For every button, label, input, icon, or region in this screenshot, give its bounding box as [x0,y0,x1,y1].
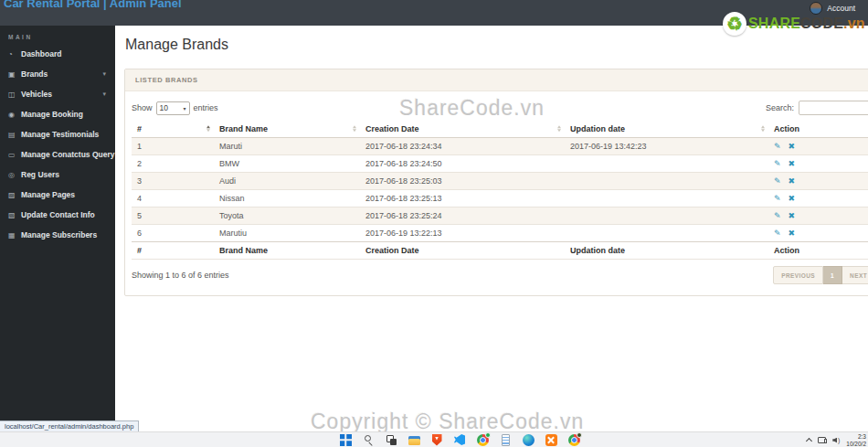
entries-select-value: 10 [160,103,168,112]
column-header-label: # [137,124,142,133]
sidebar: MAIN ◔Dashboard▣Brands▾◫Vehicles▾◉Manage… [0,26,115,431]
pagination-previous-button[interactable]: Previous [773,266,823,284]
sidebar-item-manage-booking[interactable]: ◉Manage Booking [0,104,115,124]
tray-display-icon[interactable] [818,437,826,443]
table-cell: Marutiu [214,224,360,241]
edit-icon[interactable]: ✎ [774,159,781,168]
datatable-controls: Show 10 ▾ entries Search: [132,98,868,118]
chevron-down-icon: ▾ [102,90,106,98]
action-cell: ✎✖ [768,189,868,207]
chrome-icon[interactable] [477,434,489,446]
screen: Car Rental Portal | Admin Panel Account … [0,0,868,447]
search-icon[interactable] [363,434,375,446]
sidebar-item-vehicles[interactable]: ◫Vehicles▾ [0,84,115,104]
sidebar-item-update-contact-info[interactable]: ▧Update Contact Info [0,205,115,225]
action-cell: ✎✖ [768,137,868,154]
sidebar-item-manage-contactus-query[interactable]: ▭Manage Conatctus Query [0,144,115,165]
sidebar-item-manage-pages[interactable]: ▨Manage Pages [0,185,115,205]
edit-icon[interactable]: ✎ [774,176,781,186]
gauge-icon: ◔ [8,50,21,59]
column-header[interactable]: Brand Name [214,121,360,137]
table-cell: BMW [214,154,360,172]
edit-icon[interactable]: ✎ [774,211,781,220]
column-header[interactable]: # [132,121,214,137]
edit-icon[interactable]: ✎ [774,194,781,203]
column-header-label: Creation Date [365,124,419,133]
sidebar-item-label: Manage Testimonials [21,130,99,139]
sidebar-item-dashboard[interactable]: ◔Dashboard [0,44,115,64]
column-header[interactable]: Action [768,121,868,137]
sidebar-item-reg-users[interactable]: ◎Reg Users [0,165,115,185]
entries-select[interactable]: 10 ▾ [156,101,190,115]
table-cell: 2017-06-18 23:25:24 [360,207,565,224]
tags-icon: ▣ [8,70,21,79]
table-cell: 2017-06-18 23:24:50 [360,154,565,172]
task-view-icon[interactable] [386,434,397,446]
edit-icon[interactable]: ✎ [774,142,781,151]
logo-share-text: SHARE [748,16,800,31]
sidebar-item-label: Update Contact Info [21,210,95,219]
vscode-icon[interactable] [454,434,466,446]
sort-icon [557,125,561,133]
table-cell: Audi [214,172,360,189]
tray-clock[interactable]: 2:3 10/20/2 [846,433,866,447]
table-cell [565,172,768,189]
delete-icon[interactable]: ✖ [789,142,796,151]
sidebar-section-label: MAIN [0,26,115,44]
table-row: 2BMW2017-06-18 23:24:50✎✖ [132,154,868,172]
users-icon: ◉ [8,111,21,119]
column-header-label: Updation date [570,124,625,133]
table-icon: ▦ [8,231,21,239]
pagination-page-1-button[interactable]: 1 [823,266,842,284]
delete-icon[interactable]: ✖ [789,159,796,168]
brands-table: #Brand NameCreation DateUpdation dateAct… [132,121,868,260]
xampp-icon[interactable] [545,434,557,446]
sidebar-item-label: Brands [21,69,48,79]
pagination-next-button[interactable]: Next [842,266,868,284]
brands-table-foot-row: #Brand NameCreation DateUpdation dateAct… [132,241,868,259]
tray-date: 10/20/2 [846,441,866,447]
notepad-icon[interactable] [500,434,512,446]
sidebar-item-manage-subscribers[interactable]: ▦Manage Subscribers [0,225,115,245]
windows-start-icon[interactable] [340,434,352,446]
action-cell: ✎✖ [768,172,868,189]
table-icon: ▤ [8,131,21,139]
table-cell: 2017-06-18 23:24:34 [360,137,565,154]
listed-brands-panel: LISTED BRANDS Show 10 ▾ entries Search: [124,69,868,296]
edge-icon[interactable] [523,434,535,446]
table-row: 5Toyota2017-06-18 23:25:24✎✖ [132,207,868,224]
delete-icon[interactable]: ✖ [789,229,796,238]
app-title-link[interactable]: Car Rental Portal | Admin Panel [4,0,182,10]
column-footer: # [132,241,214,259]
sidebar-item-manage-testimonials[interactable]: ▤Manage Testimonials [0,124,115,144]
file-explorer-icon[interactable] [408,434,420,446]
table-cell [565,224,768,241]
table-info: Showing 1 to 6 of 6 entries [132,266,229,280]
table-cell [565,207,768,224]
table-cell [565,154,768,172]
delete-icon[interactable]: ✖ [789,176,796,186]
action-cell: ✎✖ [768,154,868,172]
column-header[interactable]: Creation Date [360,121,565,137]
sort-icon [761,125,765,133]
delete-icon[interactable]: ✖ [789,194,796,203]
table-cell: 4 [132,189,214,207]
users-icon: ◎ [8,171,21,179]
tray-speaker-icon[interactable]: ) [832,437,840,444]
column-header[interactable]: Updation date [565,121,768,137]
sidebar-item-label: Manage Subscribers [21,230,97,239]
logo-vn-text: .vn [843,16,865,31]
tray-chevron-up-icon[interactable] [806,438,812,444]
action-cell: ✎✖ [768,224,868,241]
logo-code-text: CODE [800,16,843,31]
brave-icon[interactable] [431,434,443,446]
sidebar-item-brands[interactable]: ▣Brands▾ [0,64,115,84]
chevron-down-icon: ▾ [184,105,186,112]
edit-icon[interactable]: ✎ [774,229,781,238]
chrome-profile-icon[interactable] [568,434,580,446]
table-cell: 2 [132,154,214,172]
column-header-label: Brand Name [219,124,268,133]
search-input[interactable] [799,101,868,115]
delete-icon[interactable]: ✖ [789,211,796,220]
table-row: 4Nissan2017-06-18 23:25:13✎✖ [132,189,868,207]
